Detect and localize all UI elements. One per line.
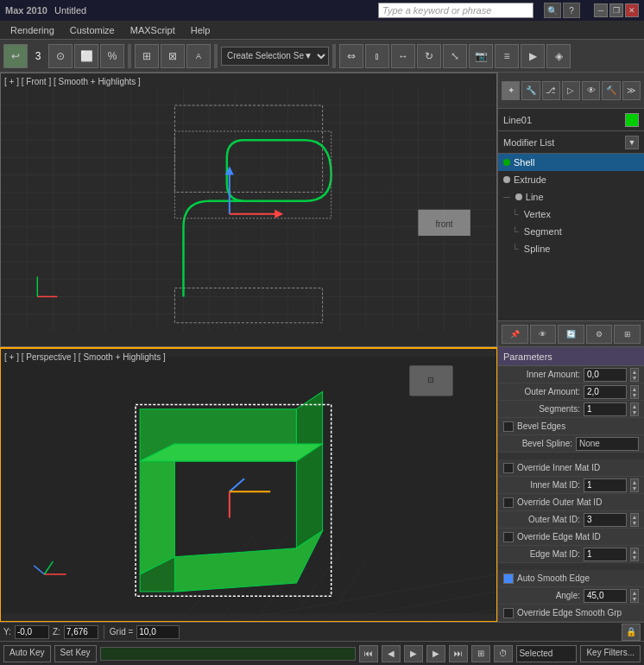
select-region-icon[interactable]: ⬜ xyxy=(74,44,98,68)
display-icon[interactable]: 👁 xyxy=(582,81,600,100)
outer-mat-id-up[interactable]: ▲ xyxy=(631,514,638,520)
viewport-front[interactable]: [ + ] [ Front ] [ Smooth + Highlights ] xyxy=(0,73,497,347)
angle-value[interactable]: 45,0 xyxy=(584,589,627,603)
text-icon[interactable]: A xyxy=(186,44,211,68)
object-name: Line01 xyxy=(503,115,532,125)
hierarchy-icon[interactable]: ⎇ xyxy=(542,81,560,100)
rotate-icon[interactable]: ↻ xyxy=(417,44,441,68)
modify-panel-icon[interactable]: 🔧 xyxy=(521,81,540,100)
outer-mat-id-down[interactable]: ▼ xyxy=(631,520,638,526)
segments-up[interactable]: ▲ xyxy=(631,403,638,409)
menu-customize[interactable]: Customize xyxy=(63,23,122,37)
auto-smooth-checkbox[interactable] xyxy=(503,573,514,584)
inner-mat-id-spinner[interactable]: ▲ ▼ xyxy=(630,478,639,492)
outer-amount-spinner[interactable]: ▲ ▼ xyxy=(630,385,639,399)
icon2[interactable]: ⊠ xyxy=(161,44,185,68)
remove-btn[interactable]: 🔄 xyxy=(558,325,584,344)
layer-icon[interactable]: ≡ xyxy=(495,44,519,68)
outer-mat-id-spinner[interactable]: ▲ ▼ xyxy=(630,513,639,527)
play-btn[interactable]: ▶ xyxy=(404,645,423,662)
outer-amount-down[interactable]: ▼ xyxy=(631,392,638,398)
icon1[interactable]: ⊞ xyxy=(135,44,159,68)
go-start-btn[interactable]: ⏮ xyxy=(359,645,378,662)
restore-button[interactable]: ❐ xyxy=(609,3,623,17)
mod-segment[interactable]: └ Segment xyxy=(498,223,644,240)
move-icon[interactable]: ↔ xyxy=(391,44,415,68)
outer-mat-id-value[interactable]: 3 xyxy=(584,513,627,527)
segments-down[interactable]: ▼ xyxy=(631,409,638,415)
inner-amount-up[interactable]: ▲ xyxy=(631,369,638,375)
menu-help[interactable]: Help xyxy=(184,23,218,37)
override-edge-smooth-checkbox[interactable] xyxy=(503,608,514,618)
segments-spinner[interactable]: ▲ ▼ xyxy=(630,402,639,416)
snap-icon[interactable]: 📷 xyxy=(469,44,493,68)
close-button[interactable]: ✕ xyxy=(625,3,639,17)
outer-amount-up[interactable]: ▲ xyxy=(631,386,638,392)
time-btn[interactable]: ⏱ xyxy=(494,645,513,662)
inner-mat-id-value[interactable]: 1 xyxy=(584,478,627,492)
select-obj-icon[interactable]: ⊙ xyxy=(48,44,73,68)
search-box[interactable]: Type a keyword or phrase xyxy=(378,3,534,18)
segments-value[interactable]: 1 xyxy=(584,402,627,416)
percent-icon[interactable]: % xyxy=(100,44,124,68)
go-end-btn[interactable]: ⏭ xyxy=(449,645,468,662)
auto-key-button[interactable]: Auto Key xyxy=(3,645,51,662)
mod-line[interactable]: ─ Line xyxy=(498,188,644,206)
edge-mat-id-spinner[interactable]: ▲ ▼ xyxy=(630,548,639,561)
motion-icon[interactable]: ▷ xyxy=(562,81,580,100)
lock-icon[interactable]: 🔒 xyxy=(622,624,641,641)
show-all-btn[interactable]: 👁 xyxy=(530,325,557,344)
anim-select[interactable]: Selected xyxy=(516,645,577,662)
create-selection-dropdown[interactable]: Create Selection Se▼ xyxy=(221,47,329,66)
key-filters-button[interactable]: Key Filters... xyxy=(580,645,641,662)
edge-mat-id-value[interactable]: 1 xyxy=(584,548,627,561)
angle-spinner[interactable]: ▲ ▼ xyxy=(630,589,639,603)
make-unique-btn[interactable]: ⊞ xyxy=(614,325,641,344)
angle-up[interactable]: ▲ xyxy=(631,590,638,596)
edge-mat-id-down[interactable]: ▼ xyxy=(631,554,638,560)
outer-amount-value[interactable]: 2,0 xyxy=(584,385,627,399)
help-icon[interactable]: ? xyxy=(563,3,580,18)
menu-maxscript[interactable]: MAXScript xyxy=(123,23,182,37)
override-outer-checkbox[interactable] xyxy=(503,497,514,508)
configure-btn[interactable]: ⚙ xyxy=(586,325,613,344)
scale-icon[interactable]: ⤡ xyxy=(443,44,467,68)
mod-extrude[interactable]: Extrude xyxy=(498,171,644,188)
edge-mat-id-up[interactable]: ▲ xyxy=(631,548,638,554)
override-edge-checkbox[interactable] xyxy=(503,532,514,542)
create-panel-icon[interactable]: ✦ xyxy=(502,81,520,100)
pin-stack-btn[interactable]: 📌 xyxy=(502,325,528,344)
mod-vertex[interactable]: └ Vertex xyxy=(498,206,644,223)
align-icon[interactable]: ⫾ xyxy=(365,44,389,68)
inner-mat-id-up[interactable]: ▲ xyxy=(631,479,638,485)
inner-amount-spinner[interactable]: ▲ ▼ xyxy=(630,368,639,382)
extra-icon[interactable]: ≫ xyxy=(622,81,641,100)
set-key-button[interactable]: Set Key xyxy=(54,645,97,662)
mod-shell[interactable]: Shell xyxy=(498,154,644,171)
mod-spline[interactable]: └ Spline xyxy=(498,240,644,257)
modifier-list-dropdown[interactable]: ▼ xyxy=(625,136,639,149)
key-mode-btn[interactable]: ⊞ xyxy=(471,645,490,662)
inner-mat-id-down[interactable]: ▼ xyxy=(631,485,638,491)
angle-down[interactable]: ▼ xyxy=(631,596,638,602)
mat-icon[interactable]: ◈ xyxy=(546,44,571,68)
undo-icon[interactable]: ↩ xyxy=(3,44,28,68)
object-color-swatch[interactable] xyxy=(625,113,639,127)
next-frame-btn[interactable]: ▶ xyxy=(426,645,445,662)
override-inner-checkbox[interactable] xyxy=(503,463,514,473)
inner-amount-down[interactable]: ▼ xyxy=(631,375,638,381)
menu-rendering[interactable]: Rendering xyxy=(3,23,61,37)
bevel-spline-dropdown[interactable]: None xyxy=(576,437,639,451)
minimize-button[interactable]: ─ xyxy=(594,3,608,17)
bevel-edges-checkbox[interactable] xyxy=(503,421,514,432)
render-icon[interactable]: ▶ xyxy=(521,44,545,68)
anim-track[interactable] xyxy=(100,647,357,661)
viewport-perspective[interactable]: [ + ] [ Perspective ] [ Smooth + Highlig… xyxy=(0,347,497,623)
utilities-icon[interactable]: 🔨 xyxy=(602,81,620,100)
search-icon[interactable]: 🔍 xyxy=(544,3,561,18)
mirror-icon[interactable]: ⇔ xyxy=(339,44,363,68)
prev-frame-btn[interactable]: ◀ xyxy=(382,645,401,662)
y-value[interactable]: -0,0 xyxy=(15,625,49,639)
inner-amount-value[interactable]: 0,0 xyxy=(584,368,627,382)
z-value[interactable]: 7,676 xyxy=(64,625,98,639)
